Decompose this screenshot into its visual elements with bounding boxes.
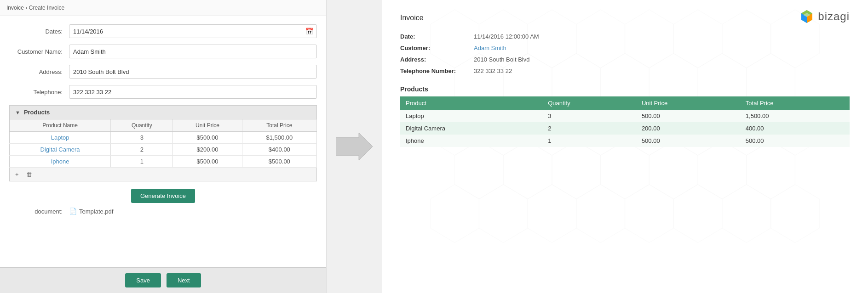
product-name-cell: Laptop [10, 132, 111, 144]
svg-marker-24 [455, 141, 504, 199]
form-content: Dates: 📅 Customer Name: Address: Telepho… [0, 16, 326, 267]
inv-product-name: Laptop [400, 110, 542, 122]
telephone-input[interactable] [69, 85, 317, 99]
breadcrumb: Invoice › Create Invoice [0, 0, 326, 16]
generate-row: Generate Invoice [9, 189, 317, 203]
invoice-fields: Date: 11/14/2016 12:00:00 AM Customer: A… [400, 33, 850, 74]
inv-col-unit-price: Unit Price [636, 96, 740, 110]
inv-col-product: Product [400, 96, 542, 110]
col-unit-price: Unit Price [173, 119, 242, 132]
svg-marker-27 [601, 141, 650, 199]
invoice-date-value: 11/14/2016 12:00:00 AM [474, 33, 539, 40]
svg-marker-34 [576, 185, 625, 243]
svg-marker-28 [649, 141, 698, 199]
invoice-address-value: 2010 South Bolt Blvd [474, 56, 529, 63]
customer-name-input[interactable] [69, 45, 317, 58]
svg-marker-29 [698, 141, 747, 199]
invoice-date-row: Date: 11/14/2016 12:00:00 AM [400, 33, 850, 40]
template-filename: Template.pdf [79, 208, 113, 215]
inv-unit-price: 500.00 [636, 135, 740, 147]
next-button[interactable]: Next [167, 273, 201, 287]
invoice-preview-title: Invoice [400, 14, 850, 22]
invoice-table-header-row: Product Quantity Unit Price Total Price [400, 96, 850, 110]
products-header-label: Products [24, 109, 50, 116]
inv-total-price: 400.00 [740, 122, 850, 135]
invoice-products-title: Products [400, 85, 850, 93]
inv-total-price: 500.00 [740, 135, 850, 147]
template-file-link[interactable]: 📄 Template.pdf [69, 208, 113, 215]
invoice-address-label: Address: [400, 56, 474, 63]
left-panel: Invoice › Create Invoice Dates: 📅 Custom… [0, 0, 327, 293]
invoice-customer-value: Adam Smith [474, 45, 506, 51]
products-chevron-icon: ▼ [15, 110, 20, 115]
col-total-price: Total Price [242, 119, 316, 132]
product-quantity-cell: 2 [111, 144, 173, 156]
svg-marker-38 [771, 185, 820, 243]
svg-marker-37 [722, 185, 771, 243]
invoice-telephone-row: Telephone Number: 322 332 33 22 [400, 68, 850, 74]
product-total-price-cell: $500.00 [242, 156, 316, 168]
product-quantity-cell: 1 [111, 156, 173, 168]
col-product-name: Product Name [10, 119, 111, 132]
product-total-price-cell: $1,500.00 [242, 132, 316, 144]
product-total-price-cell: $400.00 [242, 144, 316, 156]
invoice-date-label: Date: [400, 33, 474, 40]
dates-label: Dates: [9, 28, 69, 35]
address-row: Address: [9, 65, 317, 79]
inv-total-price: 1,500.00 [740, 110, 850, 122]
telephone-label: Telephone: [9, 89, 69, 96]
product-name-cell: Iphone [10, 156, 111, 168]
inv-unit-price: 500.00 [636, 110, 740, 122]
svg-marker-31 [431, 185, 479, 243]
inv-quantity: 3 [542, 110, 636, 122]
product-unit-price-cell: $200.00 [173, 144, 242, 156]
invoice-address-row: Address: 2010 South Bolt Blvd [400, 56, 850, 63]
breadcrumb-separator: › [25, 5, 27, 11]
product-unit-price-cell: $500.00 [173, 132, 242, 144]
table-row: Iphone 1 $500.00 $500.00 [10, 156, 317, 168]
document-label: document: [9, 208, 69, 215]
address-input[interactable] [69, 65, 317, 79]
svg-marker-26 [552, 141, 601, 199]
save-button[interactable]: Save [125, 273, 161, 287]
col-quantity: Quantity [111, 119, 173, 132]
inv-col-total-price: Total Price [740, 96, 850, 110]
generate-invoice-button[interactable]: Generate Invoice [131, 189, 195, 203]
delete-product-button[interactable]: 🗑 [24, 170, 34, 179]
invoice-customer-row: Customer: Adam Smith [400, 45, 850, 51]
table-row: Laptop 3 $500.00 $1,500.00 [10, 132, 317, 144]
table-row: Digital Camera 2 $200.00 $400.00 [10, 144, 317, 156]
products-header[interactable]: ▼ Products [9, 105, 317, 119]
products-table: Product Name Quantity Unit Price Total P… [9, 119, 317, 168]
pdf-icon: 📄 [69, 208, 77, 215]
invoice-products-table: Product Quantity Unit Price Total Price … [400, 96, 850, 147]
dates-row: Dates: 📅 [9, 24, 317, 38]
breadcrumb-invoice-link[interactable]: Invoice [6, 5, 24, 11]
table-actions: + 🗑 [9, 168, 317, 181]
invoice-customer-label: Customer: [400, 45, 474, 51]
dates-input-wrapper: 📅 [69, 24, 317, 38]
bottom-bar: Save Next [0, 267, 326, 293]
invoice-telephone-label: Telephone Number: [400, 68, 474, 74]
invoice-table-row: Digital Camera 2 200.00 400.00 [400, 122, 850, 135]
invoice-telephone-value: 322 332 33 22 [474, 68, 512, 74]
customer-name-label: Customer Name: [9, 48, 69, 55]
arrow-icon [336, 133, 373, 160]
svg-marker-0 [336, 133, 373, 160]
telephone-row: Telephone: [9, 85, 317, 99]
svg-marker-33 [528, 185, 576, 243]
inv-unit-price: 200.00 [636, 122, 740, 135]
add-product-button[interactable]: + [13, 170, 21, 179]
inv-col-quantity: Quantity [542, 96, 636, 110]
right-panel: bizagi Invoice Date: 11/14/2016 12:00:00… [382, 0, 868, 293]
breadcrumb-current: Create Invoice [29, 5, 64, 11]
address-label: Address: [9, 68, 69, 75]
arrow-section [327, 0, 382, 293]
svg-marker-35 [625, 185, 674, 243]
product-name-cell: Digital Camera [10, 144, 111, 156]
svg-marker-36 [673, 185, 722, 243]
document-row: document: 📄 Template.pdf [9, 208, 317, 215]
invoice-preview: Invoice Date: 11/14/2016 12:00:00 AM Cus… [400, 9, 850, 147]
customer-name-row: Customer Name: [9, 45, 317, 58]
dates-input[interactable] [69, 24, 317, 38]
